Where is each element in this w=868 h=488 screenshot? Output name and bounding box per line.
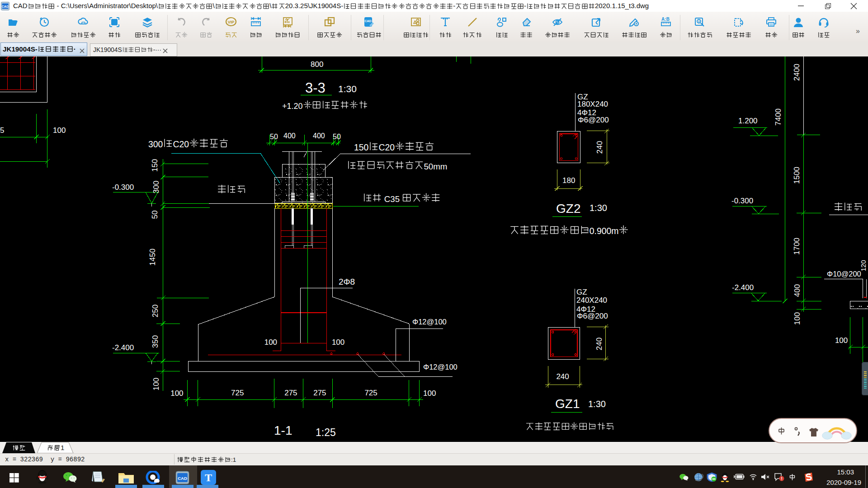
svg-text:VIP: VIP xyxy=(228,20,235,24)
svg-text:A: A xyxy=(698,20,700,23)
svg-text:CAD: CAD xyxy=(1,5,9,9)
svg-text:T: T xyxy=(205,472,212,483)
svg-text:A:B: A:B xyxy=(661,17,670,22)
svg-text:CAD: CAD xyxy=(364,19,371,23)
svg-text:CAD: CAD xyxy=(178,476,187,481)
